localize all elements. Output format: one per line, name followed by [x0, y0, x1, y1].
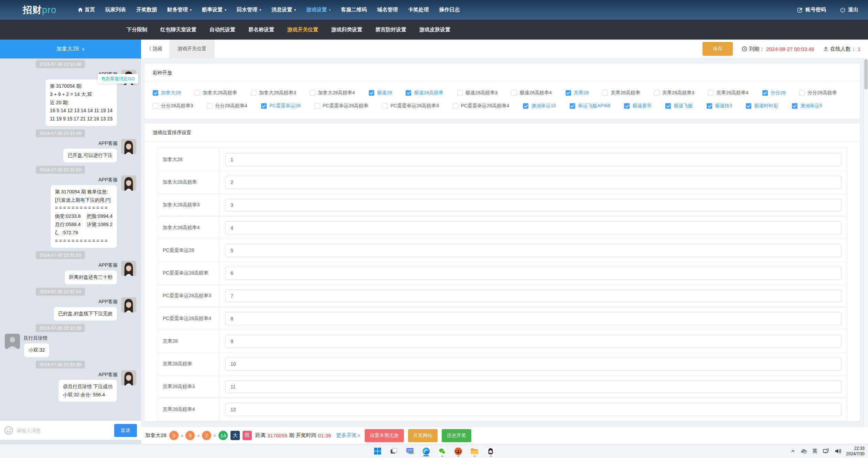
online-status: 在线人数： 1 [823, 46, 860, 52]
orange-app-icon [454, 447, 463, 456]
network-icon[interactable] [823, 448, 829, 454]
sort-value-input[interactable] [225, 312, 842, 325]
sort-value-input[interactable] [225, 267, 842, 280]
checkbox-label: 极速赛车 [632, 103, 652, 109]
edge-icon [422, 447, 430, 455]
subnav-item-3[interactable]: 自动托设置 [210, 26, 235, 33]
parity-tag: 双 [243, 431, 252, 440]
sort-row-cell [220, 358, 847, 371]
tray-expand-icon[interactable] [791, 449, 795, 454]
wechat-button[interactable] [436, 445, 448, 457]
qq-button[interactable] [485, 445, 496, 457]
sort-value-input[interactable] [225, 199, 842, 212]
topnav-item-3[interactable]: 开奖数据 [136, 7, 157, 13]
history-draws-button[interactable]: 历史开奖 [442, 429, 471, 442]
game-checkbox[interactable]: 分分28高赔率4 [207, 103, 247, 109]
game-checkbox[interactable]: 分分28高赔率 [799, 90, 837, 96]
sort-value-input[interactable] [225, 176, 842, 189]
game-checkbox[interactable]: 分分28 [762, 90, 786, 96]
checkbox-icon [406, 90, 411, 96]
topnav-item-7[interactable]: 消息设置▾ [271, 7, 296, 13]
sort-value-input[interactable] [225, 289, 842, 302]
topnav-item-6[interactable]: 回水管理▾ [237, 7, 261, 13]
hide-sidebar-button[interactable]: 《 隐藏 [147, 46, 162, 52]
language-indicator[interactable]: 英 [813, 448, 817, 454]
sort-row-label: 宾果28高赔率 [157, 353, 220, 375]
topnav-item-12[interactable]: 操作日志 [439, 7, 460, 13]
game-checkbox[interactable]: 宾果28高赔率4 [708, 90, 748, 96]
subnav-item-7[interactable]: 禁言防封设置 [375, 26, 406, 33]
checkbox-icon [624, 103, 630, 109]
more-draws-link[interactable]: 更多开奖« [336, 432, 361, 439]
game-checkbox[interactable]: PC蛋蛋幸运28高赔率3 [382, 103, 439, 109]
game-checkbox[interactable]: PC蛋蛋幸运28高赔率4 [453, 103, 510, 109]
scrollbar-thumb[interactable] [864, 59, 868, 89]
send-button[interactable]: 发送 [114, 424, 137, 437]
save-button[interactable]: 保存 [703, 42, 733, 56]
subnav-item-8[interactable]: 游戏皮肤设置 [419, 26, 450, 33]
sort-value-input[interactable] [225, 403, 842, 416]
topnav-item-label: 卡奖处理 [408, 7, 429, 13]
sort-value-input[interactable] [225, 153, 842, 166]
game-checkbox[interactable]: PC蛋蛋幸运28 [261, 103, 301, 109]
edge-browser-button[interactable] [420, 445, 432, 457]
game-checkbox[interactable]: 极速28高赔率 [406, 90, 443, 96]
sort-value-input[interactable] [225, 358, 842, 371]
sort-value-input[interactable] [225, 244, 842, 257]
game-checkbox[interactable]: PC蛋蛋幸运28高赔率 [314, 103, 368, 109]
game-checkbox[interactable]: 宾果28 [566, 90, 589, 96]
sort-value-input[interactable] [225, 380, 842, 393]
game-checkbox[interactable]: 极速飞艇 [665, 103, 693, 109]
file-explorer-button[interactable] [469, 445, 480, 457]
clock-display[interactable]: 22:33 2024/7/30 [846, 446, 865, 457]
game-checkbox[interactable]: 极速赛车 [624, 103, 652, 109]
game-checkbox[interactable]: 宾果28高赔率 [602, 90, 640, 96]
game-checkbox[interactable]: 分分28高赔率3 [153, 103, 193, 109]
invalidate-period-button[interactable]: 设置本期无效 [365, 429, 404, 442]
speaker-icon[interactable] [835, 448, 841, 454]
topnav-item-5[interactable]: 赔率设置▾ [202, 7, 226, 13]
game-checkbox[interactable]: 加拿大28高赔率3 [251, 90, 296, 96]
new-message-badge[interactable]: 有新客服消息GO [98, 74, 138, 84]
topnav-item-2[interactable]: 玩家列表 [105, 7, 126, 13]
room-selector[interactable]: 加拿大28 ∨ [0, 40, 141, 58]
topnav-item-11[interactable]: 卡奖处理 [408, 7, 429, 13]
topnav-item-8[interactable]: 游戏设置▾ [306, 7, 331, 13]
vertical-scrollbar[interactable] [864, 58, 868, 427]
subnav-item-1[interactable]: 下分限制 [127, 26, 147, 33]
logout-button[interactable]: 退出 [840, 7, 858, 13]
message-input[interactable] [17, 428, 111, 433]
game-checkbox[interactable]: 宾果28高赔率3 [654, 90, 694, 96]
subnav-item-2[interactable]: 红包聊天室设置 [160, 26, 196, 33]
tab-game-switch-position[interactable]: 游戏开关位置 [169, 40, 215, 58]
game-checkbox[interactable]: 极速28高赔率3 [457, 90, 497, 96]
subnav-item-5[interactable]: 游戏开关位置 [287, 26, 318, 33]
topnav-item-1[interactable]: 首页 [78, 7, 95, 13]
game-checkbox[interactable]: 加拿大28高赔率 [195, 90, 237, 96]
game-checkbox[interactable]: 极速28 [369, 90, 392, 96]
account-password-button[interactable]: 账号密码 [797, 7, 826, 13]
game-checkbox[interactable]: 澳洲幸运5 [792, 103, 822, 109]
start-button[interactable] [372, 445, 383, 457]
subnav-item-6[interactable]: 游戏归类设置 [331, 26, 362, 33]
draw-website-button[interactable]: 开奖网站 [408, 429, 438, 442]
topnav-item-10[interactable]: 域名管理 [377, 7, 398, 13]
topnav-item-4[interactable]: 财务管理▾ [167, 7, 192, 13]
game-checkbox[interactable]: 澳洲幸运10 [523, 103, 556, 109]
game-checkbox[interactable]: 极速时时彩 [746, 103, 778, 109]
subnav-item-4[interactable]: 群名称设置 [248, 26, 274, 33]
game-checkbox[interactable]: 加拿大28 [153, 90, 181, 96]
system-app-button[interactable] [404, 445, 416, 457]
emoji-icon[interactable] [4, 426, 13, 435]
game-checkbox[interactable]: 极速28高赔率4 [511, 90, 551, 96]
task-view-button[interactable] [388, 445, 399, 457]
topnav-item-9[interactable]: 客服二维码 [341, 7, 367, 13]
game-checkbox[interactable]: 幸运飞艇API68 [570, 103, 610, 109]
game-checkbox[interactable]: 加拿大28高赔率4 [310, 90, 355, 96]
sort-value-input[interactable] [225, 221, 842, 234]
game-checkbox[interactable]: 极速快3 [707, 103, 732, 109]
onedrive-icon[interactable] [801, 448, 807, 454]
chevron-down-icon: ▾ [190, 8, 192, 12]
sort-value-input[interactable] [225, 335, 842, 348]
orange-app-button[interactable] [452, 445, 464, 457]
